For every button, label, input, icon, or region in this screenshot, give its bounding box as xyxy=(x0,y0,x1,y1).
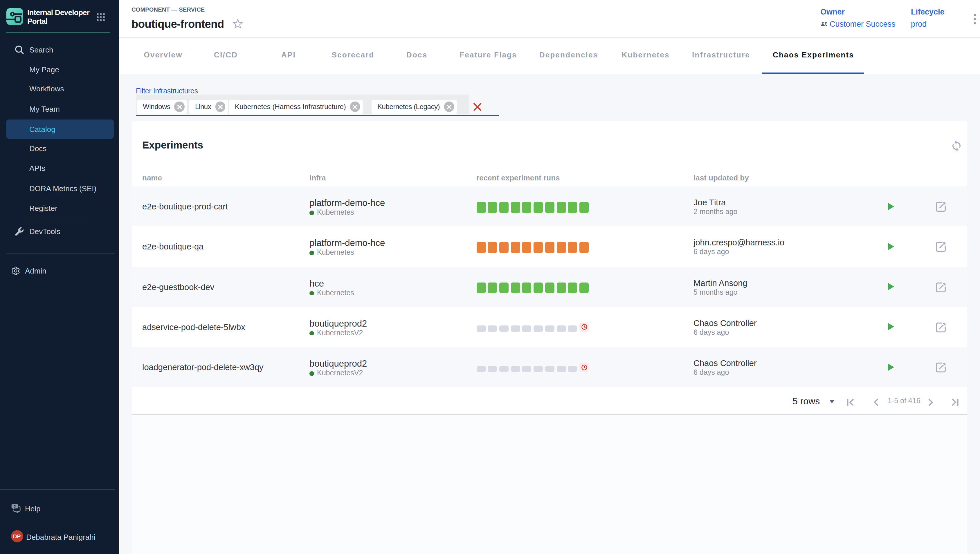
svg-text:?: ? xyxy=(13,504,16,508)
